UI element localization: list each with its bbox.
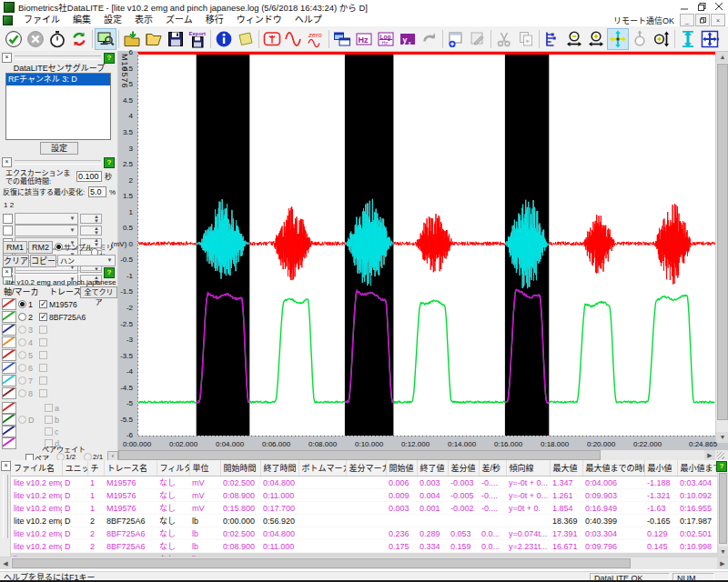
column-header[interactable]: 差分値	[448, 460, 479, 477]
marker-enable-checkbox[interactable]	[3, 214, 13, 224]
center-cursor-button[interactable]	[607, 28, 629, 50]
info-button[interactable]	[213, 28, 235, 50]
min-time-input[interactable]	[76, 171, 102, 182]
trace-checkbox[interactable]	[39, 351, 47, 359]
trace-checkbox[interactable]	[39, 300, 47, 308]
scroll-up-icon[interactable]: ▲	[716, 52, 728, 63]
trace-checkbox[interactable]	[39, 376, 47, 385]
min-change-input[interactable]	[88, 186, 106, 197]
panel-divider[interactable]	[15, 160, 101, 165]
scroll-down-icon[interactable]: ▼	[718, 547, 728, 557]
marker-value-stepper[interactable]: ▲▼	[80, 214, 102, 224]
log-hz-axis-button[interactable]: LogHz	[375, 28, 397, 50]
menu-item-5[interactable]: 移行	[199, 14, 230, 26]
chart-vertical-scrollbar[interactable]: ▲ ▼	[715, 52, 728, 443]
zoom-in-vertical-button[interactable]	[651, 28, 672, 50]
menu-item-7[interactable]: ヘルプ	[288, 14, 329, 26]
trace-checkbox[interactable]	[39, 364, 47, 372]
column-header[interactable]: 単位	[189, 460, 220, 477]
scroll-left-icon[interactable]: ◀	[0, 557, 11, 569]
table-horizontal-scrollbar[interactable]: ◀ ▶	[0, 557, 728, 569]
column-header[interactable]: 最大値	[550, 460, 582, 477]
close-button[interactable]	[711, 1, 728, 14]
marker-enable-checkbox[interactable]	[3, 226, 13, 236]
table-row[interactable]: lite v10.2 emg...D1M19576なしmV0:08.9000:1…	[11, 489, 717, 502]
stopwatch-button[interactable]	[46, 28, 68, 50]
column-header[interactable]: ファイル名	[11, 460, 62, 477]
resize-grip[interactable]	[717, 452, 724, 459]
menu-item-6[interactable]: ウィンドウ	[230, 14, 288, 26]
wireless-antenna-button[interactable]	[261, 28, 283, 50]
column-header[interactable]: 最大値までの時間	[582, 460, 644, 477]
axis-radio[interactable]	[18, 351, 26, 359]
trace-checkbox[interactable]	[39, 389, 47, 397]
save-disk-button[interactable]	[165, 28, 187, 50]
column-header[interactable]: ボトムマーカ	[298, 460, 346, 477]
table-row[interactable]: lite v10.2 emg...D1M19576なしmV0:02.5000:0…	[11, 477, 717, 489]
notes-button[interactable]	[235, 28, 257, 50]
column-header[interactable]: ユニット/...	[62, 460, 87, 477]
axis-radio[interactable]	[18, 389, 26, 397]
copy-button[interactable]: コピー	[30, 255, 56, 267]
scrollbar-thumb[interactable]	[717, 64, 728, 420]
scroll-right-icon[interactable]: ▶	[704, 450, 715, 460]
help-icon[interactable]: ?	[716, 461, 727, 472]
table-row[interactable]: lite v10.2 emg...D1M19576なしmV0:15.8000:1…	[11, 502, 717, 515]
child-close-button[interactable]: ×	[711, 14, 725, 26]
scrollbar-thumb[interactable]	[118, 450, 601, 460]
letter-checkbox[interactable]	[45, 404, 53, 412]
zoom-out-horizontal-button[interactable]	[563, 28, 585, 50]
axis-radio[interactable]	[18, 313, 26, 321]
d-axis-radio[interactable]	[18, 416, 26, 424]
trace-checkbox[interactable]	[39, 338, 47, 346]
column-header[interactable]: 開始値	[386, 460, 417, 477]
open-folder-button[interactable]	[143, 28, 165, 50]
child-minimize-button[interactable]: _	[680, 14, 694, 26]
scroll-right-icon[interactable]: ▶	[717, 557, 728, 569]
child-restore-button[interactable]	[695, 14, 710, 26]
pan-view-button[interactable]	[699, 28, 721, 50]
scrollbar-thumb[interactable]	[719, 473, 727, 544]
trace-checkbox[interactable]	[39, 313, 47, 321]
trace-checkbox[interactable]	[39, 326, 47, 334]
column-header[interactable]: フィルタ	[157, 460, 189, 477]
fit-vertical-button[interactable]	[677, 28, 699, 50]
axis-radio[interactable]	[18, 364, 26, 372]
live-monitor-button[interactable]	[95, 28, 116, 50]
column-header[interactable]: 最小値	[644, 460, 677, 477]
scrollbar-thumb[interactable]	[12, 558, 631, 568]
zoom-in-horizontal-button[interactable]	[585, 28, 607, 50]
export-disk-button[interactable]: Export	[187, 28, 208, 50]
column-header[interactable]: チ	[87, 460, 104, 477]
close-icon[interactable]: ×	[1, 461, 11, 471]
import-file-button[interactable]	[121, 28, 143, 50]
menu-item-0[interactable]: ファイル	[17, 14, 66, 26]
chart-plot[interactable]	[138, 52, 715, 436]
menu-item-1[interactable]: 編集	[66, 14, 97, 26]
sample-radio[interactable]: サンプル	[55, 242, 93, 252]
menu-item-3[interactable]: 表示	[128, 14, 159, 26]
column-header[interactable]: 終了値	[417, 460, 448, 477]
trace-levels-button[interactable]	[541, 28, 563, 50]
list-item[interactable]: RFチャンネル 3: D	[6, 74, 110, 85]
zero-trace-button[interactable]: zero	[305, 28, 327, 50]
marker-value-stepper[interactable]: ▲▼	[80, 226, 102, 236]
table-row[interactable]: lite v10.2 emg...D28BF725A6なしlb0:00.0000…	[11, 515, 717, 527]
splitter-grip[interactable]	[3, 475, 8, 538]
chart-horizontal-scrollbar[interactable]: ▶	[118, 450, 728, 460]
letter-checkbox[interactable]	[45, 416, 53, 424]
close-icon[interactable]: ×	[2, 267, 12, 277]
axis-radio[interactable]	[18, 338, 26, 346]
axis-radio[interactable]	[18, 376, 26, 385]
confirm-check-button[interactable]	[3, 28, 25, 50]
column-header[interactable]: 差分マーカ	[346, 460, 386, 477]
rm1-button[interactable]: RM1	[3, 241, 27, 254]
minimize-button[interactable]	[676, 1, 693, 14]
clear-button[interactable]: クリア	[3, 255, 29, 267]
column-header[interactable]: 開始時間	[220, 460, 260, 477]
yx-axis-button[interactable]: yx	[397, 28, 419, 50]
letter-checkbox[interactable]	[45, 427, 53, 436]
marker-page-tabs[interactable]: 1 2	[4, 201, 14, 209]
menu-item-2[interactable]: 設定	[97, 14, 128, 26]
restore-button[interactable]	[693, 1, 711, 14]
